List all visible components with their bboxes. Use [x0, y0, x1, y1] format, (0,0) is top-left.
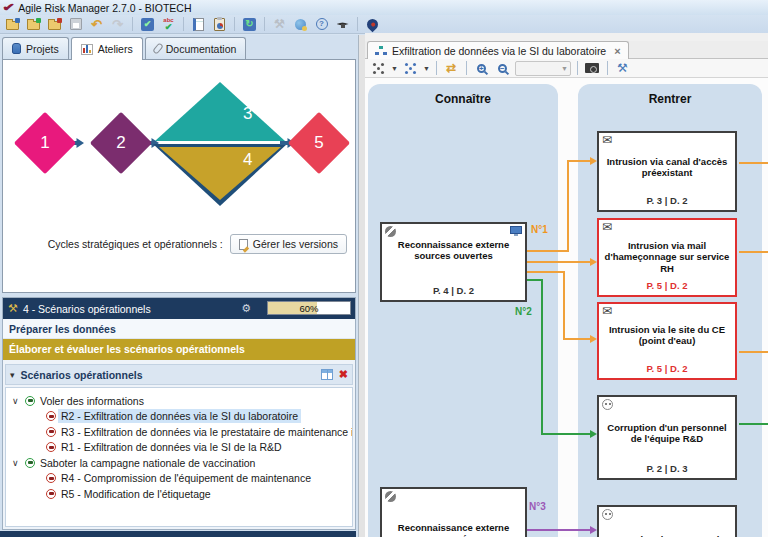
- attack-graph-canvas[interactable]: Connaître Rentrer: [365, 78, 768, 537]
- toolbar-separator: [607, 61, 608, 75]
- delete-icon[interactable]: ✖: [339, 369, 348, 380]
- panel-splitter[interactable]: [358, 35, 365, 537]
- operational-scenario-icon: [379, 46, 383, 49]
- chevron-down-icon[interactable]: ▼: [423, 65, 430, 72]
- diagram-tab-bar: Exfiltration de données via le SI du lab…: [365, 41, 768, 59]
- tree-item[interactable]: R4 - Compromission de l'équipement de ma…: [6, 471, 352, 487]
- training-icon[interactable]: [334, 16, 351, 32]
- outgoing-link: [739, 351, 768, 353]
- workshop-2-diamond[interactable]: 2: [93, 115, 149, 171]
- link-n1-segment: [527, 250, 569, 252]
- node-title: Intrusion via le site du CE (point d'eau…: [602, 324, 732, 347]
- zoom-level-select[interactable]: ▼: [515, 61, 571, 76]
- toolbar-separator: [264, 17, 265, 31]
- workshop-1-diamond[interactable]: 1: [17, 115, 73, 171]
- tree-group-label: Saboter la campagne nationale de vaccina…: [40, 457, 255, 469]
- tree-item[interactable]: R1 - Exfiltration de données via le SI d…: [6, 440, 352, 456]
- tree-item[interactable]: R3 - Exfiltration de données via le pres…: [6, 424, 352, 440]
- step-preparer-les-donnees[interactable]: Préparer les données: [3, 319, 355, 339]
- validate-icon[interactable]: ✔: [139, 16, 156, 32]
- open-workshop-icon[interactable]: [25, 16, 42, 32]
- toolbar-separator: [436, 61, 437, 75]
- tab-documentation[interactable]: Documentation: [145, 37, 247, 59]
- spellcheck-icon[interactable]: abc✔: [160, 16, 177, 32]
- node-corruption-prestataire[interactable]: Corruption d'un prestataire: [597, 505, 737, 537]
- tree-item[interactable]: R2 - Exfiltration de données via le SI d…: [6, 409, 352, 425]
- redo-icon[interactable]: ↷: [109, 16, 126, 32]
- undo-icon[interactable]: ↶: [88, 16, 105, 32]
- workshop-5-diamond[interactable]: 5: [291, 115, 347, 171]
- button-label: Gérer les versions: [253, 238, 338, 250]
- gear-icon[interactable]: ⚙: [241, 302, 251, 315]
- step-elaborer-scenarios[interactable]: Élaborer et évaluer les scénarios opérat…: [3, 339, 355, 360]
- manage-versions-button[interactable]: Gérer les versions: [230, 234, 347, 254]
- scenarios-section-header[interactable]: ▾ Scénarios opérationnels ✖: [5, 364, 353, 385]
- help-icon[interactable]: ?: [313, 16, 330, 32]
- tools-icon[interactable]: ⚒: [271, 16, 288, 32]
- node-metric: P. 5 | D. 2: [599, 363, 735, 374]
- node-reconnaissance-avancee[interactable]: Reconnaissance externe avancée: [380, 487, 527, 537]
- tree-item-label: R5 - Modification de l'étiquetage: [61, 488, 211, 500]
- refresh-layout-icon[interactable]: ⇄: [443, 60, 460, 76]
- tab-ateliers[interactable]: Ateliers: [71, 37, 143, 60]
- node-intrusion-canal-preexistant[interactable]: ✉ Intrusion via canal d'accès préexistan…: [597, 131, 737, 212]
- workshop4-header[interactable]: ⚒ 4 - Scénarios opérationnels ⚙ 60%: [3, 298, 355, 319]
- cycle-caption: Cycles stratégiques et opérationnels :: [48, 238, 223, 250]
- mail-icon: ✉: [602, 222, 612, 233]
- node-metric: P. 5 | D. 2: [599, 280, 735, 291]
- mail-icon: ✉: [602, 306, 612, 317]
- table-view-icon[interactable]: [321, 369, 333, 380]
- app-logo-icon: ✔: [2, 2, 15, 13]
- node-metric: P. 2 | D. 3: [599, 463, 735, 474]
- zoom-in-icon[interactable]: +: [473, 60, 490, 76]
- chevron-down-icon[interactable]: ▼: [391, 65, 398, 72]
- workshop4-panel: ⚒ 4 - Scénarios opérationnels ⚙ 60% Prép…: [2, 297, 356, 530]
- sync-view-icon[interactable]: ↻: [241, 16, 258, 32]
- node-intrusion-mail-hameconnage[interactable]: ✉ Intrusion via mail d'hameçonnage sur s…: [597, 218, 737, 297]
- workshop-cycle-panel: 1 2 3 4 5 Cycles stratégiques et opérati: [2, 59, 356, 293]
- workshop-3-triangle[interactable]: [155, 82, 285, 141]
- zoom-out-icon[interactable]: −: [494, 60, 511, 76]
- mail-icon: ✉: [602, 135, 612, 146]
- node-intrusion-site-ce[interactable]: ✉ Intrusion via le site du CE (point d'e…: [597, 302, 737, 380]
- link-n1-segment: [567, 160, 591, 162]
- dashboard-icon[interactable]: [211, 16, 228, 32]
- save-icon[interactable]: [67, 16, 84, 32]
- toolbar-separator: [183, 17, 184, 31]
- node-corruption-personnel-rd[interactable]: Corruption d'un personnel de l'équipe R&…: [597, 395, 737, 480]
- tree-item-label: R3 - Exfiltration de données via le pres…: [61, 426, 352, 438]
- layout-graph-icon[interactable]: [370, 60, 387, 76]
- tree-item[interactable]: R5 - Modification de l'étiquetage: [6, 486, 352, 502]
- chevron-down-icon[interactable]: ∨: [12, 396, 20, 406]
- support-pin-icon[interactable]: [364, 16, 381, 32]
- open-project-icon[interactable]: [4, 16, 21, 32]
- workshop-number: 1: [40, 133, 49, 153]
- workshop-icon: ⚒: [8, 302, 18, 315]
- node-title: Reconnaissance externe sources ouvertes: [385, 239, 522, 262]
- node-reconnaissance-sources-ouvertes[interactable]: Reconnaissance externe sources ouvertes …: [380, 222, 527, 302]
- tree-item-label: R1 - Exfiltration de données via le SI d…: [61, 441, 282, 453]
- tab-projets[interactable]: Projets: [2, 37, 69, 59]
- workshop-4-triangle[interactable]: [159, 147, 281, 200]
- risk-source-icon: [25, 458, 35, 468]
- collapse-icon[interactable]: ▾: [10, 370, 15, 380]
- import-project-icon[interactable]: [46, 16, 63, 32]
- tree-group[interactable]: ∨ Saboter la campagne nationale de vacci…: [6, 455, 352, 471]
- chevron-down-icon[interactable]: ∨: [12, 458, 20, 468]
- diagram-settings-icon[interactable]: ⚒: [614, 60, 631, 76]
- web-update-icon[interactable]: [292, 16, 309, 32]
- right-panel: Exfiltration de données via le SI du lab…: [365, 33, 768, 537]
- layout-tree-icon[interactable]: [402, 60, 419, 76]
- tab-label: Exfiltration de données via le SI du lab…: [392, 45, 606, 57]
- workshop4-title: 4 - Scénarios opérationnels: [23, 303, 151, 315]
- scenario-icon: [46, 473, 56, 483]
- link-n2-segment: [541, 279, 543, 435]
- close-icon[interactable]: ×: [614, 45, 620, 57]
- link-n1-arrowhead: [590, 157, 597, 165]
- report-icon[interactable]: [190, 16, 207, 32]
- link-n1-segment: [527, 261, 590, 263]
- scenarios-tree: ∨ Voler des informations R2 - Exfiltrati…: [5, 387, 353, 527]
- tree-group[interactable]: ∨ Voler des informations: [6, 393, 352, 409]
- screenshot-icon[interactable]: [584, 60, 601, 76]
- tab-exfiltration-diagram[interactable]: Exfiltration de données via le SI du lab…: [367, 41, 629, 59]
